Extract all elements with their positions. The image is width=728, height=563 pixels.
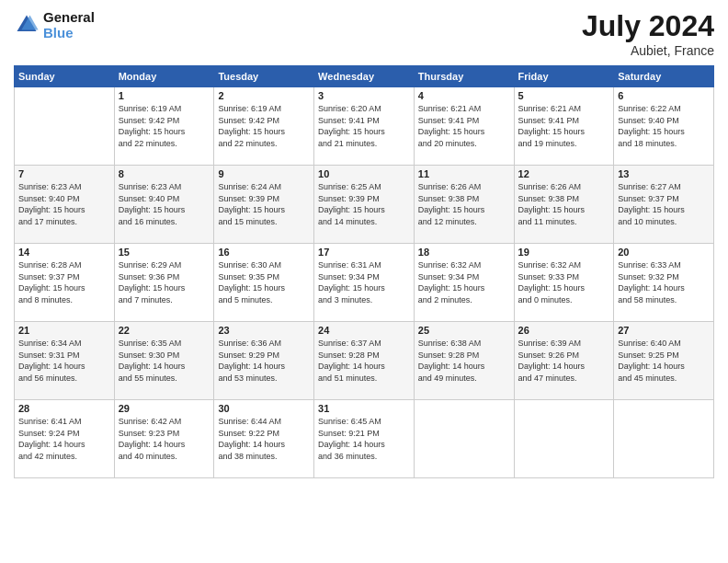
calendar-cell: 20Sunrise: 6:33 AM Sunset: 9:32 PM Dayli… xyxy=(614,244,714,322)
calendar-cell xyxy=(614,400,714,478)
calendar-cell xyxy=(414,400,514,478)
calendar-table: Sunday Monday Tuesday Wednesday Thursday… xyxy=(14,65,714,478)
day-info: Sunrise: 6:41 AM Sunset: 9:24 PM Dayligh… xyxy=(18,416,110,462)
day-number: 9 xyxy=(218,168,310,179)
col-saturday: Saturday xyxy=(614,66,714,87)
page: General Blue July 2024 Aubiet, France Su… xyxy=(0,0,728,563)
calendar-cell: 10Sunrise: 6:25 AM Sunset: 9:39 PM Dayli… xyxy=(314,166,415,244)
col-wednesday: Wednesday xyxy=(314,66,415,87)
day-info: Sunrise: 6:33 AM Sunset: 9:32 PM Dayligh… xyxy=(618,259,710,305)
calendar-week-4: 21Sunrise: 6:34 AM Sunset: 9:31 PM Dayli… xyxy=(15,322,714,400)
calendar-cell: 22Sunrise: 6:35 AM Sunset: 9:30 PM Dayli… xyxy=(114,322,214,400)
day-info: Sunrise: 6:29 AM Sunset: 9:36 PM Dayligh… xyxy=(119,259,210,305)
month-year: July 2024 xyxy=(582,9,714,43)
day-info: Sunrise: 6:34 AM Sunset: 9:31 PM Dayligh… xyxy=(18,338,110,384)
day-number: 24 xyxy=(318,325,410,336)
calendar-cell: 15Sunrise: 6:29 AM Sunset: 9:36 PM Dayli… xyxy=(114,244,214,322)
day-info: Sunrise: 6:32 AM Sunset: 9:33 PM Dayligh… xyxy=(518,259,610,305)
day-number: 21 xyxy=(18,325,110,336)
logo: General Blue xyxy=(14,9,95,40)
calendar-cell: 8Sunrise: 6:23 AM Sunset: 9:40 PM Daylig… xyxy=(114,166,214,244)
day-info: Sunrise: 6:21 AM Sunset: 9:41 PM Dayligh… xyxy=(518,103,610,149)
calendar-cell: 21Sunrise: 6:34 AM Sunset: 9:31 PM Dayli… xyxy=(15,322,115,400)
day-number: 5 xyxy=(518,90,610,101)
calendar-week-2: 7Sunrise: 6:23 AM Sunset: 9:40 PM Daylig… xyxy=(15,166,714,244)
day-info: Sunrise: 6:27 AM Sunset: 9:37 PM Dayligh… xyxy=(618,181,710,227)
day-info: Sunrise: 6:20 AM Sunset: 9:41 PM Dayligh… xyxy=(318,103,410,149)
day-number: 23 xyxy=(218,325,310,336)
day-info: Sunrise: 6:26 AM Sunset: 9:38 PM Dayligh… xyxy=(518,181,610,227)
day-number: 17 xyxy=(318,247,410,258)
calendar-cell: 14Sunrise: 6:28 AM Sunset: 9:37 PM Dayli… xyxy=(15,244,115,322)
day-number: 6 xyxy=(618,90,710,101)
calendar-cell: 19Sunrise: 6:32 AM Sunset: 9:33 PM Dayli… xyxy=(514,244,614,322)
day-number: 14 xyxy=(18,247,110,258)
day-info: Sunrise: 6:31 AM Sunset: 9:34 PM Dayligh… xyxy=(318,259,410,305)
day-info: Sunrise: 6:42 AM Sunset: 9:23 PM Dayligh… xyxy=(119,416,210,462)
day-info: Sunrise: 6:35 AM Sunset: 9:30 PM Dayligh… xyxy=(119,338,210,384)
day-number: 10 xyxy=(318,168,410,179)
calendar-cell: 17Sunrise: 6:31 AM Sunset: 9:34 PM Dayli… xyxy=(314,244,415,322)
day-info: Sunrise: 6:21 AM Sunset: 9:41 PM Dayligh… xyxy=(418,103,510,149)
day-info: Sunrise: 6:36 AM Sunset: 9:29 PM Dayligh… xyxy=(218,338,310,384)
day-number: 3 xyxy=(318,90,410,101)
day-info: Sunrise: 6:19 AM Sunset: 9:42 PM Dayligh… xyxy=(218,103,310,149)
day-number: 27 xyxy=(618,325,710,336)
day-number: 15 xyxy=(119,247,210,258)
calendar-cell: 26Sunrise: 6:39 AM Sunset: 9:26 PM Dayli… xyxy=(514,322,614,400)
calendar-cell: 4Sunrise: 6:21 AM Sunset: 9:41 PM Daylig… xyxy=(414,87,514,166)
day-number: 13 xyxy=(618,168,710,179)
calendar-cell: 25Sunrise: 6:38 AM Sunset: 9:28 PM Dayli… xyxy=(414,322,514,400)
day-info: Sunrise: 6:39 AM Sunset: 9:26 PM Dayligh… xyxy=(518,338,610,384)
calendar-cell: 1Sunrise: 6:19 AM Sunset: 9:42 PM Daylig… xyxy=(114,87,214,166)
day-number: 31 xyxy=(318,403,410,414)
calendar-cell: 3Sunrise: 6:20 AM Sunset: 9:41 PM Daylig… xyxy=(314,87,415,166)
day-info: Sunrise: 6:40 AM Sunset: 9:25 PM Dayligh… xyxy=(618,338,710,384)
day-info: Sunrise: 6:24 AM Sunset: 9:39 PM Dayligh… xyxy=(218,181,310,227)
logo-icon xyxy=(14,12,40,38)
calendar-cell: 16Sunrise: 6:30 AM Sunset: 9:35 PM Dayli… xyxy=(214,244,314,322)
day-info: Sunrise: 6:25 AM Sunset: 9:39 PM Dayligh… xyxy=(318,181,410,227)
calendar-cell: 30Sunrise: 6:44 AM Sunset: 9:22 PM Dayli… xyxy=(214,400,314,478)
calendar-cell: 27Sunrise: 6:40 AM Sunset: 9:25 PM Dayli… xyxy=(614,322,714,400)
day-number: 7 xyxy=(18,168,110,179)
day-info: Sunrise: 6:44 AM Sunset: 9:22 PM Dayligh… xyxy=(218,416,310,462)
header-row: Sunday Monday Tuesday Wednesday Thursday… xyxy=(15,66,714,87)
day-info: Sunrise: 6:32 AM Sunset: 9:34 PM Dayligh… xyxy=(418,259,510,305)
calendar-cell: 23Sunrise: 6:36 AM Sunset: 9:29 PM Dayli… xyxy=(214,322,314,400)
calendar-cell: 12Sunrise: 6:26 AM Sunset: 9:38 PM Dayli… xyxy=(514,166,614,244)
title-block: July 2024 Aubiet, France xyxy=(582,9,714,58)
calendar-cell: 31Sunrise: 6:45 AM Sunset: 9:21 PM Dayli… xyxy=(314,400,415,478)
calendar-week-1: 1Sunrise: 6:19 AM Sunset: 9:42 PM Daylig… xyxy=(15,87,714,166)
calendar-cell xyxy=(15,87,115,166)
day-info: Sunrise: 6:30 AM Sunset: 9:35 PM Dayligh… xyxy=(218,259,310,305)
day-number: 26 xyxy=(518,325,610,336)
col-thursday: Thursday xyxy=(414,66,514,87)
col-tuesday: Tuesday xyxy=(214,66,314,87)
day-number: 11 xyxy=(418,168,510,179)
day-number: 2 xyxy=(218,90,310,101)
day-number: 30 xyxy=(218,403,310,414)
calendar-cell: 2Sunrise: 6:19 AM Sunset: 9:42 PM Daylig… xyxy=(214,87,314,166)
calendar-cell: 7Sunrise: 6:23 AM Sunset: 9:40 PM Daylig… xyxy=(15,166,115,244)
day-number: 19 xyxy=(518,247,610,258)
calendar-cell: 28Sunrise: 6:41 AM Sunset: 9:24 PM Dayli… xyxy=(15,400,115,478)
col-friday: Friday xyxy=(514,66,614,87)
header: General Blue July 2024 Aubiet, France xyxy=(14,9,714,58)
calendar-week-5: 28Sunrise: 6:41 AM Sunset: 9:24 PM Dayli… xyxy=(15,400,714,478)
calendar-body: 1Sunrise: 6:19 AM Sunset: 9:42 PM Daylig… xyxy=(15,87,714,478)
day-info: Sunrise: 6:19 AM Sunset: 9:42 PM Dayligh… xyxy=(119,103,210,149)
location: Aubiet, France xyxy=(582,43,714,58)
col-sunday: Sunday xyxy=(15,66,115,87)
day-number: 28 xyxy=(18,403,110,414)
day-info: Sunrise: 6:23 AM Sunset: 9:40 PM Dayligh… xyxy=(119,181,210,227)
day-number: 22 xyxy=(119,325,210,336)
calendar-week-3: 14Sunrise: 6:28 AM Sunset: 9:37 PM Dayli… xyxy=(15,244,714,322)
calendar-cell xyxy=(514,400,614,478)
day-number: 20 xyxy=(618,247,710,258)
calendar-cell: 9Sunrise: 6:24 AM Sunset: 9:39 PM Daylig… xyxy=(214,166,314,244)
calendar-cell: 6Sunrise: 6:22 AM Sunset: 9:40 PM Daylig… xyxy=(614,87,714,166)
calendar-cell: 24Sunrise: 6:37 AM Sunset: 9:28 PM Dayli… xyxy=(314,322,415,400)
day-info: Sunrise: 6:37 AM Sunset: 9:28 PM Dayligh… xyxy=(318,338,410,384)
day-number: 18 xyxy=(418,247,510,258)
